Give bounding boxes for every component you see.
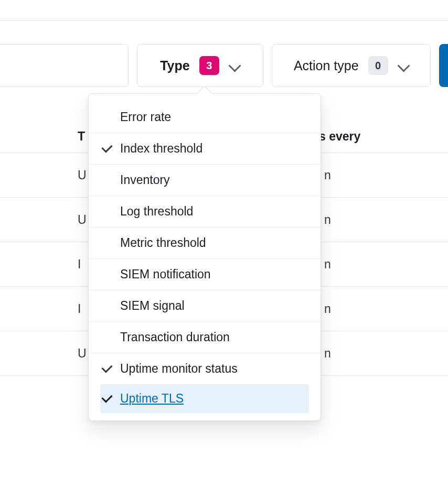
type-filter-menu: Error rate Index threshold Inventory Log… [88, 93, 321, 421]
check-icon [100, 392, 114, 406]
check-icon [100, 205, 114, 219]
type-option[interactable]: Index threshold [89, 133, 321, 164]
type-option[interactable]: Inventory [89, 164, 321, 196]
filter-type[interactable]: Type 3 [137, 44, 264, 87]
header-divider [0, 20, 448, 20]
check-icon [100, 299, 114, 313]
filter-type-label: Type [160, 58, 190, 73]
check-icon [100, 236, 114, 250]
check-icon [100, 362, 114, 376]
filter-unknown-left[interactable] [0, 44, 129, 87]
filter-bar: Type 3 Action type 0 [0, 44, 448, 87]
primary-action-partial[interactable] [439, 44, 448, 87]
type-option[interactable]: Transaction duration [89, 321, 321, 353]
type-option[interactable]: Uptime TLS [100, 384, 309, 413]
type-option[interactable]: Log threshold [89, 196, 321, 227]
type-option[interactable]: Error rate [89, 101, 321, 133]
check-icon [100, 268, 114, 281]
chevron-down-icon [398, 60, 409, 71]
type-option[interactable]: Metric threshold [89, 227, 321, 258]
check-icon [100, 110, 114, 124]
filter-action-type-label: Action type [294, 58, 359, 73]
chevron-down-icon [229, 60, 240, 71]
type-option[interactable]: SIEM notification [89, 258, 321, 290]
filter-type-count: 3 [199, 56, 219, 75]
type-option[interactable]: SIEM signal [89, 290, 321, 321]
check-icon [100, 331, 114, 344]
check-icon [100, 174, 114, 187]
column-header-runs-every: ns every [312, 129, 448, 144]
column-header-type: T [78, 129, 85, 144]
filter-action-type-count: 0 [368, 56, 388, 75]
type-option[interactable]: Uptime monitor status [89, 353, 321, 384]
check-icon [100, 142, 114, 156]
filter-action-type[interactable]: Action type 0 [272, 44, 431, 87]
